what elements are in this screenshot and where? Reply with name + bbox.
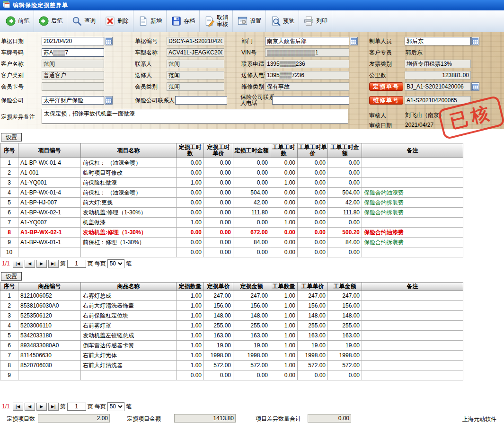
table-row[interactable]: 55342033180发动机盖左铰链总成1.00163.00163.001.00… [0,331,463,341]
cell: 2 [0,168,18,178]
cell: 0.00 [298,370,328,380]
insurer-input[interactable] [42,96,104,105]
cell: 1.00 [177,361,204,370]
table-row[interactable]: 35253506120右前保险杠定位块1.00148.00148.001.001… [0,311,463,321]
column-header: 定损工时单价 [204,143,233,158]
prev-page-button[interactable]: ◀ [25,403,35,411]
items-settings-button[interactable]: 设置 [1,133,22,141]
toolbar-button-settings[interactable]: 设置 [233,10,266,32]
creator-lookup-button[interactable] [471,37,479,45]
cell: 19.00 [298,341,328,351]
table-row[interactable]: 7A1-YQ007机盖做漆1.000.000.001.000.000.00 [0,218,463,228]
member-card-label: 会员卡号 [1,83,24,90]
insurer-contact-phone-input[interactable] [272,96,349,105]
page-number-input[interactable] [67,403,86,411]
last-page-button[interactable]: ▶| [48,403,59,411]
cell: 1 [0,158,18,168]
toolbar-button-cancel-audit[interactable]: 取消审核 [200,10,233,32]
page-number-input[interactable] [67,260,86,268]
next-page-button[interactable]: ▶ [36,403,47,411]
cell: 0.00 [298,218,328,228]
cell: 1.00 [177,341,204,351]
first-page-button[interactable]: |◀ [13,403,23,411]
cell: 前保险杠做漆 [81,178,177,188]
repair-doc-button[interactable]: 维修单号 [369,96,403,105]
cell: 右前大灯清洗器饰盖 [81,301,177,311]
toolbar-button-prev[interactable]: 前笔 [1,10,34,32]
table-row[interactable]: 18121006052右雾灯总成1.00247.00247.001.00247.… [0,291,463,301]
next-page-button[interactable]: ▶ [36,260,47,268]
plate-input[interactable] [42,48,104,57]
doc-date-picker-button[interactable] [105,37,113,45]
table-row[interactable]: 88520706030右前大灯清洗器1.00572.00572.001.0057… [0,361,463,370]
table-row[interactable]: 2A1-001临时项目可修改0.000.000.000.000.000.00 [0,168,463,178]
toolbar-button-delete[interactable]: 删除 [100,10,133,32]
table-row[interactable]: 78114506630右前大灯壳体1.001998.001998.001.001… [0,351,463,361]
table-row[interactable]: 3A1-YQ001前保险杠做漆1.000.000.001.000.000.00 [0,178,463,188]
loss-doc-lookup-button[interactable] [471,82,479,91]
cell: A1-BP-WX-01-4 [18,188,81,198]
table-row[interactable]: 1A1-BP-WX-01-4前保杠： （油漆全喷）0.000.000.000.0… [0,158,463,168]
cell: 6 [0,341,18,351]
table-row[interactable]: 100.000.000.000.000.000.00 [0,247,463,257]
table-row[interactable]: 9A1-BP-WX-01-1前保杠：修理（1-30%）0.000.0084.00… [0,238,463,247]
cell: 0.00 [177,198,204,208]
table-row[interactable]: 90.000.000.000.000.000.00 [0,370,463,380]
insurer-contact-phone-label: 保险公司联系人电话 [240,94,274,106]
first-page-button[interactable]: |◀ [13,260,23,268]
cell [18,247,81,257]
repair-type-field [265,82,349,91]
toolbar-button-save[interactable]: 存档 [167,10,200,32]
table-row[interactable]: 28538106030A0右前大灯清洗器饰盖1.00156.00156.001.… [0,301,463,311]
department-lookup-button[interactable] [350,37,358,45]
items-table: 序号项目编号项目名称定损工时数定损工时单价定损工时金额工单工时数工单工时单价工单… [0,143,463,257]
per-page-unit-label: 笔 [126,260,132,268]
per-page-label: 每页 [95,403,106,411]
doc-date-label: 单据日期 [1,38,24,45]
column-header: 工单工时金额 [328,143,362,158]
cell: 1998.00 [298,351,328,361]
cell: 右前大灯壳体 [81,351,177,361]
cell: 保险合约油漆费 [362,188,463,198]
last-page-button[interactable]: ▶| [48,260,59,268]
table-row[interactable]: 5A1-BP-HJ-007前大灯:更换0.000.0042.000.000.00… [0,198,463,208]
table-row[interactable]: 4A1-BP-WX-01-4前保杠： （油漆全喷）0.000.00504.000… [0,188,463,198]
cell: 保险合约拆装费 [362,238,463,247]
prev-page-button[interactable]: ◀ [25,260,35,268]
goods-settings-button[interactable]: 设置 [1,272,22,281]
cell: A1-BP-WX-02-1 [18,208,81,218]
toolbar-button-search[interactable]: 查询 [67,10,100,32]
cell: 0.00 [298,158,328,168]
table-row[interactable]: 68934833080A0倒车雷达传感器卡簧1.0019.0019.001.00… [0,341,463,351]
cell: 1.00 [177,321,204,331]
table-row[interactable]: 45203006110右前雾灯罩1.00255.00255.001.00255.… [0,321,463,331]
cell: 84.00 [233,238,270,247]
cell: 0.00 [177,238,204,247]
column-header: 工单金额 [328,282,362,291]
item-amount-field [174,414,236,423]
per-page-select[interactable]: 50 [107,259,124,268]
diff-remark-textarea[interactable] [42,109,348,124]
toolbar-button-new[interactable]: 新增 [133,10,167,32]
doc-date-input[interactable] [42,37,104,45]
department-input[interactable] [265,37,349,45]
table-row[interactable]: 8A1-BP-WX-02-1发动机盖:修理（1-30%）0.000.00672.… [0,228,463,238]
cell: 0.00 [298,238,328,247]
table-row[interactable]: 6A1-BP-WX-02-1发动机盖:修理（1-30%）0.000.00111.… [0,208,463,218]
loss-doc-button[interactable]: 定损单号 [369,82,403,91]
toolbar-button-print[interactable]: 列印 [299,10,332,32]
cell: 247.00 [204,291,233,301]
insurer-lookup-button[interactable] [105,96,113,105]
cell: 156.00 [328,301,362,311]
toolbar-button-preview[interactable]: 预览 [266,10,299,32]
per-page-select[interactable]: 50 [107,402,124,411]
cell: 156.00 [298,301,328,311]
cell: 0.00 [298,168,328,178]
customer-agent-value: 郭后东 [406,48,423,57]
toolbar-button-next[interactable]: 后笔 [34,10,67,32]
insurer-contact-input[interactable] [175,96,227,105]
preview-icon [270,16,281,26]
cell: 发动机盖左铰链总成 [81,331,177,341]
cell: 1.00 [177,351,204,361]
creator-input[interactable] [405,37,471,45]
